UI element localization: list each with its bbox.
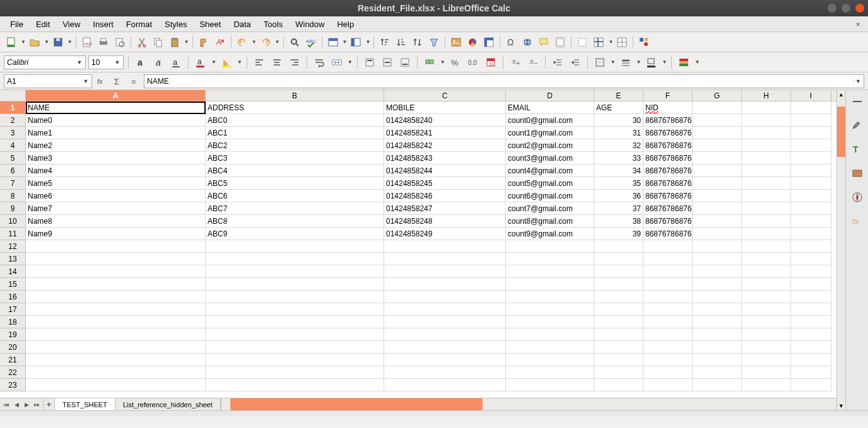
cell-D18[interactable] (506, 316, 594, 328)
merge-cells-button[interactable] (329, 55, 344, 70)
sidebar-gallery-icon[interactable] (850, 166, 865, 181)
font-color-button[interactable]: a (193, 55, 208, 70)
align-middle-button[interactable] (380, 55, 395, 70)
cell-F2[interactable]: 86876786876870 (643, 114, 693, 127)
cell-C9[interactable]: 01424858247 (384, 202, 506, 215)
italic-button[interactable]: a (151, 55, 166, 70)
find-replace-button[interactable] (287, 35, 302, 50)
cell-I16[interactable] (791, 291, 831, 303)
redo-button[interactable] (258, 35, 273, 50)
cell-A7[interactable]: Name5 (26, 177, 206, 190)
cell-D20[interactable] (506, 341, 594, 354)
cell-grid[interactable]: 1NAMEADDRESSMOBILEEMAILAGENID2Name0ABC00… (0, 101, 836, 398)
cell-D7[interactable]: count5@gmail.com (506, 177, 594, 190)
row-header-15[interactable]: 15 (0, 278, 26, 291)
cell-H16[interactable] (742, 291, 791, 303)
dropdown-arrow-icon[interactable]: ▼ (611, 59, 616, 65)
bold-button[interactable]: a (133, 55, 148, 70)
cell-I3[interactable] (791, 127, 831, 139)
cell-E17[interactable] (594, 303, 643, 316)
sort-button[interactable] (410, 35, 425, 50)
cell-A5[interactable]: Name3 (26, 152, 206, 165)
cell-E22[interactable] (594, 366, 643, 379)
cell-G7[interactable] (693, 177, 742, 190)
pivot-table-button[interactable] (481, 35, 496, 50)
cell-A9[interactable]: Name7 (26, 202, 206, 215)
cell-C22[interactable] (384, 366, 506, 379)
cell-F16[interactable] (643, 291, 693, 303)
cell-A23[interactable] (26, 379, 206, 391)
window-maximize-button[interactable] (842, 4, 850, 13)
cell-B17[interactable] (206, 303, 384, 316)
cell-I15[interactable] (791, 278, 831, 291)
cell-I14[interactable] (791, 265, 831, 278)
underline-button[interactable]: a (168, 55, 184, 70)
dropdown-arrow-icon[interactable]: ▼ (211, 59, 216, 65)
cell-B2[interactable]: ABC0 (206, 114, 384, 127)
cell-C2[interactable]: 01424858240 (384, 114, 506, 127)
cell-I6[interactable] (791, 165, 831, 177)
menu-edit[interactable]: Edit (30, 18, 56, 31)
row-header-18[interactable]: 18 (0, 316, 26, 328)
cell-A21[interactable] (26, 354, 206, 366)
cell-C12[interactable] (384, 240, 506, 253)
cell-F10[interactable]: 86876786876878 (643, 215, 693, 228)
cell-E15[interactable] (594, 278, 643, 291)
row-header-1[interactable]: 1 (0, 101, 26, 114)
cell-A12[interactable] (26, 240, 206, 253)
cell-C10[interactable]: 01424858248 (384, 215, 506, 228)
cell-F19[interactable] (643, 328, 693, 341)
row-header-20[interactable]: 20 (0, 341, 26, 354)
cell-D5[interactable]: count3@gmail.com (506, 152, 594, 165)
cell-A6[interactable]: Name4 (26, 165, 206, 177)
cell-G14[interactable] (693, 265, 742, 278)
cell-A18[interactable] (26, 316, 206, 328)
cell-E19[interactable] (594, 328, 643, 341)
name-box[interactable]: A1▼ (4, 74, 92, 88)
cell-I1[interactable] (791, 101, 831, 114)
cell-I8[interactable] (791, 190, 831, 202)
column-header-H[interactable]: H (742, 90, 791, 101)
cell-C14[interactable] (384, 265, 506, 278)
cell-D8[interactable]: count6@gmail.com (506, 190, 594, 202)
cell-E12[interactable] (594, 240, 643, 253)
cell-G13[interactable] (693, 253, 742, 265)
select-all-corner[interactable] (0, 90, 26, 101)
cell-H4[interactable] (742, 139, 791, 152)
cell-A15[interactable] (26, 278, 206, 291)
dropdown-arrow-icon[interactable]: ▼ (67, 39, 73, 45)
dropdown-arrow-icon[interactable]: ▼ (662, 59, 667, 65)
cell-A10[interactable]: Name8 (26, 215, 206, 228)
column-header-G[interactable]: G (693, 90, 742, 101)
cell-I2[interactable] (791, 114, 831, 127)
cell-B10[interactable]: ABC8 (206, 215, 384, 228)
cell-B3[interactable]: ABC1 (206, 127, 384, 139)
cell-A13[interactable] (26, 253, 206, 265)
cell-H3[interactable] (742, 127, 791, 139)
menu-sheet[interactable]: Sheet (193, 18, 227, 31)
function-wizard-button[interactable]: fx (95, 74, 108, 88)
cell-G19[interactable] (693, 328, 742, 341)
cell-E21[interactable] (594, 354, 643, 366)
cell-E5[interactable]: 33 (594, 152, 643, 165)
column-header-E[interactable]: E (594, 90, 643, 101)
cell-C21[interactable] (384, 354, 506, 366)
row-header-7[interactable]: 7 (0, 177, 26, 190)
cell-H23[interactable] (742, 379, 791, 391)
cell-G11[interactable] (693, 228, 742, 240)
cell-I13[interactable] (791, 253, 831, 265)
prev-sheet-button[interactable]: ◀ (12, 402, 21, 408)
cell-A11[interactable]: Name9 (26, 228, 206, 240)
menu-window[interactable]: Window (289, 18, 331, 31)
cell-B20[interactable] (206, 341, 384, 354)
cell-B5[interactable]: ABC3 (206, 152, 384, 165)
column-header-D[interactable]: D (506, 90, 594, 101)
dropdown-arrow-icon[interactable]: ▼ (81, 78, 90, 84)
cell-C4[interactable]: 01424858242 (384, 139, 506, 152)
row-header-10[interactable]: 10 (0, 215, 26, 228)
cell-B7[interactable]: ABC5 (206, 177, 384, 190)
row-header-6[interactable]: 6 (0, 165, 26, 177)
align-center-button[interactable] (269, 55, 284, 70)
dropdown-arrow-icon[interactable]: ▼ (348, 59, 353, 65)
cell-F6[interactable]: 86876786876874 (643, 165, 693, 177)
